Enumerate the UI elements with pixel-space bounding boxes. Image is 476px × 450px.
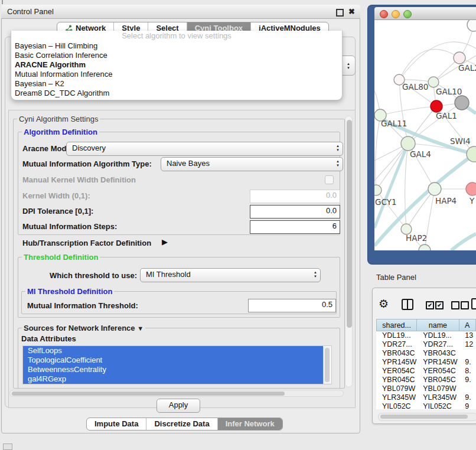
table-row[interactable]: YIL052CYIL052C9 <box>376 402 476 409</box>
algorithm-option[interactable]: Basic Correlation Inference <box>11 51 342 60</box>
network-edge[interactable] <box>380 106 436 115</box>
table-cell[interactable]: 9 <box>459 402 476 409</box>
deselect-all-checkbox-icon[interactable] <box>451 301 459 309</box>
tab-discretize-data[interactable]: Discretize Data <box>146 418 217 430</box>
collapse-arrow-icon[interactable]: ▼ <box>137 325 144 332</box>
table-cell[interactable] <box>459 349 476 358</box>
table-row[interactable]: YBR045CYBR045C9. <box>376 376 476 384</box>
attributes-scrollbar-thumb[interactable] <box>325 348 330 382</box>
table-horizontal-scrollbar-thumb[interactable] <box>380 415 468 419</box>
document-icon[interactable] <box>471 298 476 309</box>
table-cell[interactable]: YBL079W <box>417 384 459 393</box>
attribute-item[interactable]: gal4RGexp <box>23 374 323 384</box>
table-cell[interactable]: YPR145W <box>376 358 417 367</box>
table-row[interactable]: YPR145WYPR145W9. <box>376 358 476 367</box>
network-edge[interactable] <box>399 49 459 80</box>
apply-button[interactable]: Apply <box>157 399 200 413</box>
table-cell[interactable]: YIL052C <box>417 402 459 409</box>
table-cell[interactable]: YBR045C <box>376 376 417 384</box>
column-header-name[interactable]: name <box>417 319 459 331</box>
select-all-checkbox-icon2[interactable]: ✔ <box>435 301 444 309</box>
control-panel-titlebar[interactable]: Control Panel ✖ <box>1 5 360 19</box>
float-window-icon[interactable] <box>336 9 344 17</box>
table-cell[interactable]: 9. <box>459 358 476 367</box>
minimize-traffic-light-icon[interactable] <box>392 10 400 18</box>
clipped-corner-button[interactable] <box>3 444 12 450</box>
table-row[interactable]: YDL19...YDL19...13 <box>376 331 476 340</box>
table-cell[interactable]: 9. <box>459 376 476 384</box>
algorithm-option[interactable]: Dream8 DC_TDC Algorithm <box>11 89 342 98</box>
settings-horizontal-scrollbar-thumb[interactable] <box>12 392 285 396</box>
close-icon[interactable]: ✖ <box>348 5 355 19</box>
settings-vertical-scrollbar[interactable] <box>345 116 353 387</box>
table-cell[interactable]: YDR27... <box>417 340 459 349</box>
mi-algorithm-type-combobox[interactable]: Naive Bayes ▲▼ <box>161 157 343 171</box>
node-gcy1[interactable] <box>374 185 382 195</box>
select-all-checkbox-icon[interactable]: ✔ <box>426 301 434 309</box>
mi-steps-field[interactable]: 6 <box>250 220 340 234</box>
table-cell[interactable] <box>459 384 476 393</box>
network-edge[interactable] <box>405 144 408 229</box>
column-header-shared-name[interactable]: shared... <box>376 319 417 331</box>
table-cell[interactable]: 8. <box>459 367 476 376</box>
table-row[interactable]: YBL079WYBL079W <box>376 384 476 393</box>
network-edge[interactable] <box>374 144 408 181</box>
algorithm-option[interactable]: Mutual Information Inference <box>11 70 342 79</box>
network-window-titlebar[interactable] <box>374 7 476 20</box>
column-header-clipped[interactable]: A <box>459 319 476 331</box>
network-canvas[interactable]: GAL2GAL80GAL10GAL1GAL11GAL4SWI4GCY1HAP4Y… <box>374 20 476 250</box>
mi-threshold-field[interactable]: 0.5 <box>248 299 336 312</box>
aracne-mode-combobox[interactable]: Discovery ▲▼ <box>66 142 343 156</box>
table-cell[interactable]: YLR345W <box>376 393 417 402</box>
close-traffic-light-icon[interactable] <box>380 10 388 18</box>
node-gal4[interactable] <box>401 136 415 151</box>
which-threshold-combobox[interactable]: MI Threshold ▲▼ <box>140 268 321 282</box>
table-row[interactable]: YLR345WYLR345W9. <box>376 393 476 402</box>
table-cell[interactable]: YBL079W <box>376 384 417 393</box>
tab-impute-data[interactable]: Impute Data <box>87 418 146 430</box>
expand-arrow-icon[interactable]: ▶ <box>162 237 168 246</box>
zoom-traffic-light-icon[interactable] <box>403 10 412 18</box>
table-cell[interactable]: 13 <box>459 331 476 340</box>
table-cell[interactable]: 9. <box>459 393 476 402</box>
table-cell[interactable]: YBR043C <box>376 349 417 358</box>
settings-gear-icon[interactable]: ⚙ <box>379 297 389 310</box>
algorithm-option[interactable]: Bayesian – Hill Climbing <box>11 41 342 51</box>
settings-horizontal-scrollbar[interactable] <box>9 390 344 397</box>
attribute-item[interactable]: SelfLoops <box>23 346 323 356</box>
algorithm-option[interactable]: ARACNE Algorithm <box>11 60 342 70</box>
node-unlabeled-top[interactable] <box>467 20 476 31</box>
network-edge-thick[interactable] <box>451 234 476 250</box>
table-cell[interactable]: YDR27... <box>376 340 417 349</box>
table-horizontal-scrollbar[interactable] <box>378 413 476 421</box>
node-salmon-y[interactable] <box>466 182 476 195</box>
table-cell[interactable]: YBR045C <box>417 376 459 384</box>
table-cell[interactable]: YIL052C <box>376 402 417 409</box>
attributes-scrollbar[interactable] <box>323 347 331 384</box>
settings-vertical-scrollbar-thumb[interactable] <box>347 120 352 328</box>
node-gal2[interactable] <box>454 52 465 64</box>
manual-kernel-width-checkbox[interactable] <box>325 175 334 184</box>
table-cell[interactable]: YBR043C <box>417 349 459 358</box>
split-columns-icon[interactable] <box>402 299 413 310</box>
table-row[interactable]: YER054CYER054C8. <box>376 367 476 376</box>
table-row[interactable]: YDR27...YDR27...12 <box>376 340 476 349</box>
table-cell[interactable]: 12 <box>459 340 476 349</box>
algorithm-option[interactable]: Bayesian – K2 <box>11 79 342 89</box>
node-gray[interactable] <box>455 96 469 110</box>
table-cell[interactable]: YDL19... <box>417 331 459 340</box>
table-row[interactable]: YBR043CYBR043C <box>376 349 476 358</box>
kernel-width-field[interactable]: 0.0 <box>250 190 340 203</box>
attribute-item[interactable]: BetweennessCentrality <box>23 365 323 374</box>
dpi-tolerance-field[interactable]: 0.0 <box>250 205 340 219</box>
algorithm-combobox-edge[interactable]: ▲▼ <box>341 56 356 76</box>
node-gal1-red[interactable] <box>431 100 442 112</box>
tab-infer-network[interactable]: Infer Network <box>218 418 282 430</box>
table-cell[interactable]: YPR145W <box>417 358 459 367</box>
table-cell[interactable]: YDL19... <box>376 331 417 340</box>
table-cell[interactable]: YER054C <box>376 367 417 376</box>
node-hap4[interactable] <box>428 182 441 195</box>
table-cell[interactable]: YLR345W <box>417 393 459 402</box>
node-gal10[interactable] <box>428 77 439 87</box>
deselect-all-checkbox-icon2[interactable] <box>461 301 469 309</box>
